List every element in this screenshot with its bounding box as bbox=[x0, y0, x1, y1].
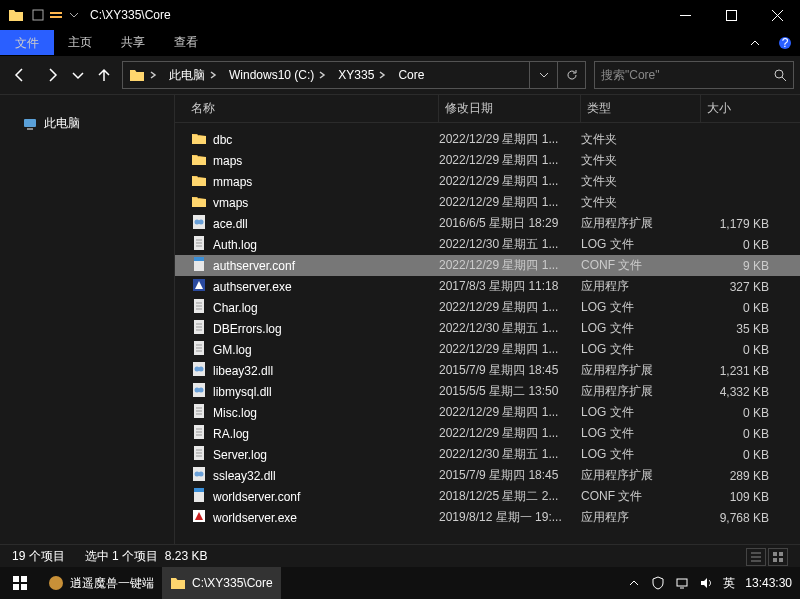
svg-rect-3 bbox=[726, 10, 736, 20]
file-row[interactable]: Server.log2022/12/30 星期五 1...LOG 文件0 KB bbox=[175, 444, 800, 465]
file-name: libeay32.dll bbox=[213, 364, 273, 378]
start-button[interactable] bbox=[0, 567, 40, 599]
svg-rect-41 bbox=[21, 584, 27, 590]
file-row[interactable]: ace.dll2016/6/5 星期日 18:29应用程序扩展1,179 KB bbox=[175, 213, 800, 234]
close-button[interactable] bbox=[754, 0, 800, 30]
svg-rect-37 bbox=[779, 558, 783, 562]
file-date: 2019/8/12 星期一 19:... bbox=[439, 509, 581, 526]
tab-home[interactable]: 主页 bbox=[54, 30, 107, 55]
file-icon bbox=[191, 319, 207, 338]
file-name: DBErrors.log bbox=[213, 322, 282, 336]
file-date: 2022/12/29 星期四 1... bbox=[439, 173, 581, 190]
file-size: 109 KB bbox=[701, 490, 781, 504]
svg-rect-38 bbox=[13, 576, 19, 582]
file-row[interactable]: vmaps2022/12/29 星期四 1...文件夹 bbox=[175, 192, 800, 213]
breadcrumb-core[interactable]: Core bbox=[398, 68, 424, 82]
tray-up-icon[interactable] bbox=[627, 576, 641, 590]
file-row[interactable]: authserver.conf2022/12/29 星期四 1...CONF 文… bbox=[175, 255, 800, 276]
forward-button[interactable] bbox=[38, 60, 66, 90]
file-row[interactable]: GM.log2022/12/29 星期四 1...LOG 文件0 KB bbox=[175, 339, 800, 360]
svg-point-6 bbox=[775, 70, 783, 78]
tray-guard-icon[interactable] bbox=[651, 576, 665, 590]
file-type: LOG 文件 bbox=[581, 425, 701, 442]
view-details-button[interactable] bbox=[746, 548, 766, 566]
file-type: 应用程序 bbox=[581, 509, 701, 526]
ribbon-expand-button[interactable] bbox=[740, 30, 770, 55]
status-count: 19 个项目 bbox=[12, 548, 65, 565]
navigation-pane: 此电脑 bbox=[0, 95, 175, 544]
file-icon bbox=[191, 151, 207, 170]
file-icon bbox=[191, 214, 207, 233]
file-date: 2022/12/29 星期四 1... bbox=[439, 194, 581, 211]
history-dropdown[interactable] bbox=[70, 60, 86, 90]
nav-this-pc[interactable]: 此电脑 bbox=[0, 113, 174, 134]
address-dropdown[interactable] bbox=[529, 62, 557, 88]
file-name: ace.dll bbox=[213, 217, 248, 231]
tray-volume-icon[interactable] bbox=[699, 576, 713, 590]
clock[interactable]: 13:43:30 bbox=[745, 576, 792, 590]
svg-rect-2 bbox=[50, 16, 62, 18]
file-list: 名称 修改日期 类型 大小 dbc2022/12/29 星期四 1...文件夹m… bbox=[175, 95, 800, 544]
file-row[interactable]: RA.log2022/12/29 星期四 1...LOG 文件0 KB bbox=[175, 423, 800, 444]
minimize-button[interactable] bbox=[662, 0, 708, 30]
file-name: Char.log bbox=[213, 301, 258, 315]
svg-point-42 bbox=[49, 576, 63, 590]
qat-chevron-icon[interactable] bbox=[66, 7, 82, 23]
file-row[interactable]: libeay32.dll2015/7/9 星期四 18:45应用程序扩展1,23… bbox=[175, 360, 800, 381]
col-type[interactable]: 类型 bbox=[581, 95, 701, 122]
file-row[interactable]: DBErrors.log2022/12/30 星期五 1...LOG 文件35 … bbox=[175, 318, 800, 339]
file-name: authserver.conf bbox=[213, 259, 295, 273]
breadcrumb-xy335[interactable]: XY335 bbox=[338, 68, 374, 82]
titlebar: C:\XY335\Core bbox=[0, 0, 800, 30]
file-row[interactable]: authserver.exe2017/8/3 星期四 11:18应用程序327 … bbox=[175, 276, 800, 297]
file-row[interactable]: maps2022/12/29 星期四 1...文件夹 bbox=[175, 150, 800, 171]
search-icon bbox=[773, 68, 787, 82]
file-icon bbox=[191, 445, 207, 464]
svg-text:?: ? bbox=[782, 36, 789, 50]
col-name[interactable]: 名称 bbox=[185, 95, 439, 122]
col-size[interactable]: 大小 bbox=[701, 95, 781, 122]
file-name: mmaps bbox=[213, 175, 252, 189]
up-button[interactable] bbox=[90, 60, 118, 90]
search-input[interactable]: 搜索"Core" bbox=[594, 61, 794, 89]
breadcrumb-pc[interactable]: 此电脑 bbox=[169, 67, 205, 84]
taskbar-app-wow[interactable]: 逍遥魔兽一键端 bbox=[40, 567, 162, 599]
back-button[interactable] bbox=[6, 60, 34, 90]
breadcrumb-drive[interactable]: Windows10 (C:) bbox=[229, 68, 314, 82]
file-row[interactable]: Misc.log2022/12/29 星期四 1...LOG 文件0 KB bbox=[175, 402, 800, 423]
refresh-button[interactable] bbox=[557, 62, 585, 88]
taskbar-app-explorer[interactable]: C:\XY335\Core bbox=[162, 567, 281, 599]
help-button[interactable]: ? bbox=[770, 30, 800, 55]
file-row[interactable]: mmaps2022/12/29 星期四 1...文件夹 bbox=[175, 171, 800, 192]
file-row[interactable]: worldserver.conf2018/12/25 星期二 2...CONF … bbox=[175, 486, 800, 507]
tab-view[interactable]: 查看 bbox=[160, 30, 213, 55]
col-date[interactable]: 修改日期 bbox=[439, 95, 581, 122]
tab-share[interactable]: 共享 bbox=[107, 30, 160, 55]
file-date: 2022/12/29 星期四 1... bbox=[439, 257, 581, 274]
search-placeholder: 搜索"Core" bbox=[601, 67, 773, 84]
file-type: LOG 文件 bbox=[581, 320, 701, 337]
qat-dropdown-icon[interactable] bbox=[48, 7, 64, 23]
tray-network-icon[interactable] bbox=[675, 576, 689, 590]
file-row[interactable]: worldserver.exe2019/8/12 星期一 19:...应用程序9… bbox=[175, 507, 800, 528]
tab-file[interactable]: 文件 bbox=[0, 30, 54, 55]
qat-props-icon[interactable] bbox=[30, 7, 46, 23]
file-size: 9 KB bbox=[701, 259, 781, 273]
file-row[interactable]: ssleay32.dll2015/7/9 星期四 18:45应用程序扩展289 … bbox=[175, 465, 800, 486]
file-row[interactable]: Auth.log2022/12/30 星期五 1...LOG 文件0 KB bbox=[175, 234, 800, 255]
view-icons-button[interactable] bbox=[768, 548, 788, 566]
file-date: 2022/12/30 星期五 1... bbox=[439, 446, 581, 463]
file-row[interactable]: dbc2022/12/29 星期四 1...文件夹 bbox=[175, 129, 800, 150]
status-selection: 选中 1 个项目 8.23 KB bbox=[85, 548, 208, 565]
svg-rect-39 bbox=[21, 576, 27, 582]
file-name: Server.log bbox=[213, 448, 267, 462]
file-name: authserver.exe bbox=[213, 280, 292, 294]
file-name: maps bbox=[213, 154, 242, 168]
file-row[interactable]: Char.log2022/12/29 星期四 1...LOG 文件0 KB bbox=[175, 297, 800, 318]
maximize-button[interactable] bbox=[708, 0, 754, 30]
file-name: Auth.log bbox=[213, 238, 257, 252]
ime-indicator[interactable]: 英 bbox=[723, 575, 735, 592]
file-row[interactable]: libmysql.dll2015/5/5 星期二 13:50应用程序扩展4,33… bbox=[175, 381, 800, 402]
file-name: dbc bbox=[213, 133, 232, 147]
address-bar[interactable]: 此电脑 Windows10 (C:) XY335 Core bbox=[122, 61, 586, 89]
